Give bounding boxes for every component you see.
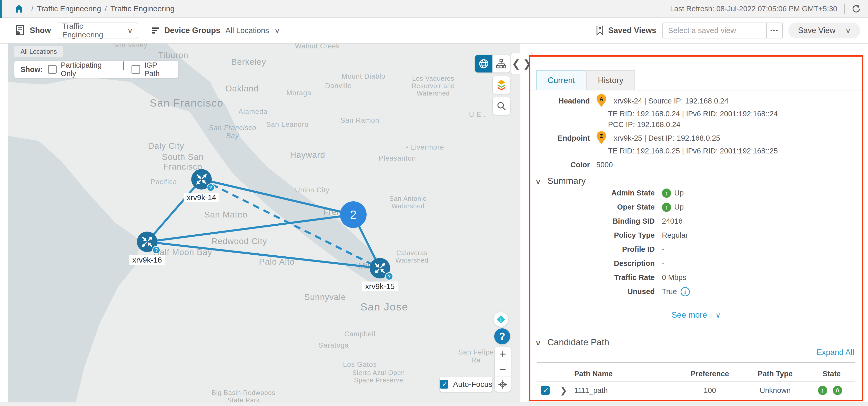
te-link-xrv9k-16-xrv9k-15[interactable] [147,242,380,268]
zoom-in-button[interactable]: + [495,346,510,362]
checkbox[interactable] [131,65,140,74]
summary-row: Policy Type Regular [537,228,855,242]
panel-tab[interactable]: History [586,70,635,91]
chevron-down-icon: ∨ [535,339,541,347]
router-node[interactable]: ? xrv9k-15 [370,258,390,278]
breadcrumb-separator: / [31,4,33,13]
summary-row-label: Traffic Rate [537,273,662,282]
summary-row-value: 0 Mbps [662,273,686,282]
summary-row-value: True [662,287,677,296]
last-refresh-text: Last Refresh: 08-Jul-2022 07:05:06 PM GM… [670,5,837,13]
filter-checkbox-item[interactable]: Participating Only [48,61,116,78]
te-link-xrv9k-14-cluster-2[interactable] [202,179,353,215]
node-cluster[interactable]: 2 [340,201,367,228]
path-type: Unknown [742,386,808,395]
location-chip[interactable]: All Locations [14,46,63,57]
col-path-type: Path Type [742,370,808,378]
saved-views-more-button[interactable]: ••• [766,23,783,38]
divider [844,4,845,13]
alert-icon[interactable]: ! [494,312,508,327]
state-up-icon [662,189,671,198]
col-preference: Preference [678,370,742,378]
endpoint-line2: TE RID: 192.168.0.25 | IPv6 RID: 2001:19… [608,147,778,155]
chevron-down-icon: ∨ [127,27,133,35]
summary-row-label: Admin State [537,189,662,197]
policy-details-panel: CurrentHistory Headend A xrv9k-24 | Sour… [529,55,863,401]
breadcrumb-item: Traffic Engineering [111,4,175,13]
see-more-link[interactable]: See more ∨ [530,310,862,320]
summary-row-label: Unused [537,287,662,296]
svg-text:!: ! [500,316,502,323]
row-expand-icon[interactable]: ❯ [560,385,574,396]
info-icon[interactable] [681,287,690,296]
headend-line1: xrv9k-24 | Source IP: 192.168.0.24 [614,97,728,105]
summary-row-label: Oper State [537,203,662,211]
summary-row: Unused True [537,284,855,299]
device-groups-icon [152,26,160,35]
recenter-button[interactable] [495,376,510,392]
divider [145,23,145,38]
node-question-badge[interactable]: ? [152,246,160,254]
node-question-badge[interactable]: ? [385,272,393,280]
candidate-table-header: Path Name Preference Path Type State [537,367,855,380]
chevron-left-icon: ❮ [512,58,520,69]
summary-row-value: Regular [662,231,688,239]
headend-line3: PCC IP: 192.168.0.24 [608,121,680,129]
save-view-button[interactable]: Save View ∨ [788,23,860,38]
state-up-icon [662,203,671,212]
node-label: xrv9k-14 [184,193,219,202]
path-preference: 100 [678,386,742,395]
te-links [8,43,520,402]
summary-row-value: Up [674,203,684,211]
candidate-path-section-header[interactable]: ∨ Candidate Path [535,337,609,347]
router-node[interactable]: ? xrv9k-16 [137,232,157,252]
refresh-icon[interactable] [851,4,861,14]
zoom-out-button[interactable]: − [495,362,510,377]
device-groups-value[interactable]: All Locations [225,26,269,35]
see-more-label: See more [671,310,707,319]
help-icon[interactable]: ? [494,328,510,344]
col-state: State [808,370,855,378]
saved-view-input[interactable] [662,23,766,38]
row-checkbox-cell [537,386,560,395]
checkbox[interactable] [48,65,57,74]
map-search-button[interactable] [493,97,510,115]
summary-row: Description - [537,257,855,270]
expand-all-link[interactable]: Expand All [817,348,855,357]
home-icon[interactable] [14,4,24,13]
state-up-icon [818,386,827,395]
summary-rows: Admin State Up Oper State Up Binding SID… [537,186,855,299]
candidate-path-row[interactable]: ❯ 1111_path 100 Unknown [537,381,855,399]
headend-pin-icon: A [596,94,607,109]
topology-map[interactable]: Mill ValleyTiburonBerkeleyWalnut CreekMo… [8,43,520,402]
geo-view-button[interactable] [475,55,492,72]
endpoint-line1: xrv9k-25 | Dest IP: 192.168.0.25 [614,134,720,142]
auto-focus-checkbox[interactable] [440,380,448,388]
router-node[interactable]: ? xrv9k-14 [191,169,212,190]
candidate-path-title: Candidate Path [547,337,609,347]
filters-show-label: Show: [21,65,43,74]
filter-checkbox-item[interactable]: IGP Path [121,61,172,78]
summary-row-value: 24016 [662,217,683,226]
path-state-icons [808,386,855,395]
logical-view-button[interactable] [492,55,510,72]
summary-row: Oper State Up [537,200,855,214]
summary-row: Profile ID - [537,242,855,257]
summary-section-header[interactable]: ∨ Summary [535,176,586,186]
summary-row-value: - [662,245,664,253]
brand-accent-strip [0,0,2,18]
row-checkbox[interactable] [541,386,550,395]
breadcrumb-item[interactable]: Traffic Engineering [37,4,101,13]
panel-tab[interactable]: Current [536,70,586,91]
show-select[interactable]: Traffic Engineering ∨ [57,23,138,38]
auto-focus-toggle[interactable]: Auto-Focus [440,376,492,392]
summary-row: Traffic Rate 0 Mbps [537,270,855,284]
te-link-xrv9k-16-cluster-2[interactable] [147,215,353,242]
headend-label: Headend [530,97,590,105]
node-question-badge[interactable]: ? [207,183,215,192]
layers-button[interactable] [493,76,510,94]
chevron-down-icon[interactable]: ∨ [274,27,280,35]
save-view-label: Save View [798,26,835,35]
col-path-name: Path Name [574,370,678,378]
map-filter-box: Show: Participating Only IGP Path [14,61,179,78]
